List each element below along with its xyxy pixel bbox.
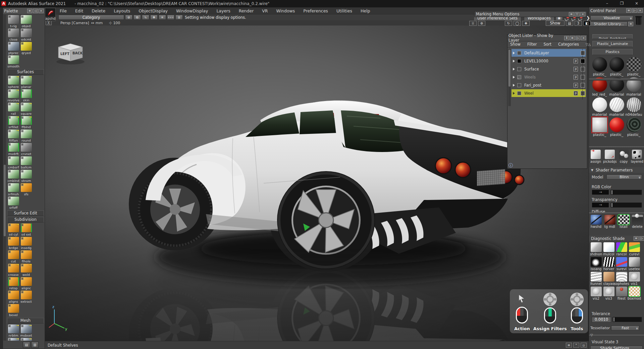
tool-layered[interactable]: layered <box>631 150 643 163</box>
diag-tool-usetex[interactable]: usetex <box>628 257 641 271</box>
lister-menu-categories[interactable]: Categories <box>558 42 579 47</box>
diag-tool-vis2[interactable]: vis2 <box>590 287 602 300</box>
layer-row-defaultlayer[interactable]: DefaultLayer <box>512 49 586 57</box>
diag-tool-shdnon[interactable]: shdnon <box>590 242 602 256</box>
shader-swatch-plastic[interactable]: plastic_ <box>625 57 642 76</box>
palette-tool-insedg[interactable]: insedg <box>20 237 33 250</box>
shader-swatch-plastic[interactable]: plastic_ <box>591 57 608 76</box>
curve-edit-icon[interactable]: ∿ <box>142 15 149 20</box>
lister-menu-sort[interactable]: Sort <box>544 42 552 47</box>
camera-label[interactable]: Persp [Camera] <box>60 21 89 25</box>
diag-tool-vis3[interactable]: vis3 <box>602 287 615 300</box>
shader-swatch-plastic[interactable]: plastic_ <box>625 117 642 137</box>
tool-lstall[interactable]: lstall <box>617 215 630 229</box>
tool-copy[interactable]: copy <box>619 150 629 163</box>
layer-pickable-button[interactable]: P <box>574 59 578 63</box>
marking-menu-close-icon[interactable]: × <box>580 12 585 16</box>
layer-visibility-checkbox[interactable] <box>517 75 521 79</box>
more-options-icon[interactable]: ∘∘∘ <box>167 15 174 20</box>
palette-tool-ptprec[interactable]: ptprec <box>7 42 20 55</box>
shelf-doc-icon[interactable]: ▤ <box>23 342 30 348</box>
menu-objectdisplay[interactable]: ObjectDisplay <box>139 8 168 13</box>
palette-section-mesh[interactable]: Mesh <box>7 318 44 323</box>
lister-scrollbar[interactable] <box>508 49 511 106</box>
layer-visibility-checkbox[interactable] <box>517 51 521 55</box>
palette-tool-stnsm[interactable]: stnsm <box>20 170 33 183</box>
grid-size-value[interactable]: 100 <box>113 21 120 25</box>
diag-tool-sophotes[interactable]: sophotes <box>615 272 628 286</box>
cp-close-icon[interactable]: × <box>638 8 643 13</box>
transparency-slider[interactable] <box>610 202 642 208</box>
tolerance-value[interactable]: 0.0010 <box>592 317 611 322</box>
menu-help[interactable]: Help <box>361 8 370 13</box>
frame-count[interactable]: 3 <box>575 21 582 26</box>
shader-swatch-n04defau[interactable]: n04defau <box>625 97 642 116</box>
pick-nothing-icon[interactable]: ⊘ <box>125 15 132 20</box>
cp-list-icon[interactable]: ≡ <box>626 8 631 13</box>
expand-triangle-icon[interactable] <box>513 60 515 62</box>
surface-icon[interactable]: ❖ <box>150 15 158 20</box>
diag-tool-rancol[interactable]: rancol <box>615 242 628 256</box>
menu-edit[interactable]: Edit <box>75 8 83 13</box>
show-button[interactable]: Show <box>546 20 565 26</box>
palette-tool-msdrft[interactable]: msdrft <box>7 143 20 156</box>
palette-tool-retop[interactable]: retop <box>7 277 20 290</box>
layer-pickable-button[interactable]: P <box>574 67 578 71</box>
layer-row-weels[interactable]: WeelsP <box>512 73 586 81</box>
lister-resize-icon[interactable]: ↕ <box>564 36 569 40</box>
palette-tool-edcmt[interactable]: edcmt <box>20 29 33 41</box>
menu-windows[interactable]: Windows <box>276 8 295 13</box>
palette-tool-extract[interactable]: extract <box>20 291 33 303</box>
lister-expand-icon[interactable]: ▷ <box>576 36 581 40</box>
shelf-collapse-icon[interactable]: ⌃ <box>573 343 579 348</box>
menu-file[interactable]: File <box>60 8 67 13</box>
tool-pickobjs[interactable]: pickobjs <box>603 150 617 163</box>
palette-menu-icon[interactable]: ≡ <box>27 9 32 13</box>
layer-row-fari_post[interactable]: Fari_postP <box>512 81 586 89</box>
palette-tool-flhole[interactable]: flhole <box>20 250 33 263</box>
palette-tool-cmbsrf[interactable]: cmbsrf <box>7 156 20 169</box>
track-icon[interactable]: ◯ <box>514 21 521 26</box>
shade-settings-button[interactable]: Shade Settings... <box>590 346 643 349</box>
tumble-icon[interactable]: ↻ <box>505 21 512 26</box>
diag-tool-mulcol[interactable]: mulcol <box>602 242 615 256</box>
palette-close-icon[interactable]: × <box>39 9 44 13</box>
palette-tool-sfs[interactable]: sfs <box>20 183 33 196</box>
layer-color-swatch[interactable] <box>581 59 585 63</box>
palette-tool-filflan[interactable]: →filflan <box>7 130 20 142</box>
palette-tool-ffblnd[interactable]: →ffblnd <box>20 116 33 129</box>
view-cube-back-label[interactable]: BACK <box>72 51 83 55</box>
palette-tool-misct[interactable]: →misct <box>7 338 20 341</box>
palette-tool-msbset[interactable]: →msbset <box>20 325 33 337</box>
shelf-close-icon[interactable]: ▫ <box>581 343 587 348</box>
collapse-arrow-icon[interactable]: ▽ <box>590 333 593 337</box>
transparency-swatch[interactable]: → <box>592 202 609 208</box>
palette-tool-skin[interactable]: skin <box>20 89 33 102</box>
palette-tool-sd-ext[interactable]: sd ext <box>20 223 33 236</box>
visualize-dropdown[interactable]: Visualize▼ <box>590 15 633 20</box>
marking-menu-list-icon[interactable]: ≡ <box>569 12 574 16</box>
palette-section-surface-edit[interactable]: Surface Edit <box>7 210 44 216</box>
palette-tool-round[interactable]: round <box>20 130 33 142</box>
menu-layouts[interactable]: Layouts <box>114 8 130 13</box>
model-dropdown[interactable]: Blinn▼ <box>606 174 642 180</box>
move-cv-icon[interactable]: ⧉ <box>133 15 141 20</box>
palette-tool-alignc[interactable]: alignc <box>20 277 33 290</box>
palette-tool-ballcm[interactable]: ballcm <box>20 156 33 169</box>
diag-tool-isoang[interactable]: isoang <box>590 257 602 271</box>
pan-icon[interactable]: ✚ <box>522 21 530 26</box>
layer-color-swatch[interactable] <box>581 91 585 96</box>
tessellator-dropdown[interactable]: Fast▼ <box>611 326 639 331</box>
diag-tool-curevl[interactable]: curevl <box>628 242 641 256</box>
ruler-icon[interactable]: ▤ <box>566 21 573 26</box>
layer-pickable-button[interactable]: P <box>574 75 578 80</box>
shader-swatch-material[interactable]: material <box>591 97 608 116</box>
palette-tool-aligns[interactable]: aligns <box>7 291 20 303</box>
camera-lock-icon[interactable]: ⌸ <box>469 21 477 26</box>
layer-visibility-checkbox[interactable] <box>517 67 521 71</box>
default-shelves-label[interactable]: Default Shelves <box>48 343 78 348</box>
lister-close-icon[interactable]: × <box>581 36 586 40</box>
palette-tool-square[interactable]: →square <box>20 103 33 115</box>
menu-layers[interactable]: Layers <box>216 8 230 13</box>
diag-expand-icon[interactable]: ▷ <box>639 236 644 241</box>
